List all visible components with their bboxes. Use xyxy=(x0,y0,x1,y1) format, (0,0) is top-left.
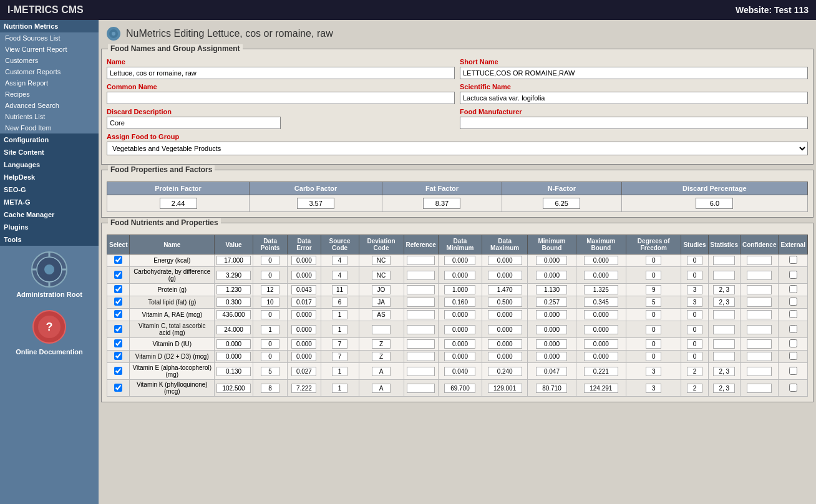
nutrient-maxb[interactable] xyxy=(584,285,618,294)
nutrient-dof[interactable] xyxy=(646,271,661,280)
assign-group-select[interactable]: Vegetables and Vegetable Products xyxy=(107,142,808,155)
nutrient-de[interactable] xyxy=(291,256,316,265)
row-checkbox[interactable] xyxy=(114,384,122,392)
nutrient-ref[interactable] xyxy=(407,285,435,294)
nutrient-conf[interactable] xyxy=(747,384,772,393)
nutrient-minb[interactable] xyxy=(536,367,567,376)
nutrient-minb[interactable] xyxy=(536,271,567,280)
short-name-input[interactable] xyxy=(460,67,808,79)
nutrient-value[interactable] xyxy=(216,285,251,294)
nutrient-dmax[interactable] xyxy=(488,325,522,334)
nutrient-stats[interactable] xyxy=(713,271,735,280)
nutrient-minb[interactable] xyxy=(536,325,567,334)
row-checkbox[interactable] xyxy=(114,325,122,333)
nutrient-maxb[interactable] xyxy=(584,310,618,319)
nutrient-dof[interactable] xyxy=(646,367,661,376)
nutrient-ref[interactable] xyxy=(407,325,435,334)
sidebar-item-recipes[interactable]: Recipes xyxy=(0,89,99,100)
nutrient-maxb[interactable] xyxy=(584,384,618,393)
nutrient-dmax[interactable] xyxy=(488,352,522,361)
nutrient-ref[interactable] xyxy=(407,271,435,280)
nutrient-dc[interactable] xyxy=(372,256,391,265)
discard-desc-input[interactable] xyxy=(107,117,281,129)
nutrient-minb[interactable] xyxy=(536,339,567,349)
nutrient-stats[interactable] xyxy=(713,298,735,307)
nutrient-maxb[interactable] xyxy=(584,339,618,349)
nutrient-dp[interactable] xyxy=(261,285,279,294)
food-manufacturer-input[interactable] xyxy=(460,117,808,129)
carbo-factor-input[interactable] xyxy=(297,198,334,209)
nutrient-value[interactable] xyxy=(216,339,251,349)
nutrient-sc[interactable] xyxy=(332,271,347,280)
row-checkbox[interactable] xyxy=(114,367,122,375)
nutrient-dmin[interactable] xyxy=(444,298,475,307)
sidebar-section-configuration[interactable]: Configuration xyxy=(0,133,99,146)
nutrient-conf[interactable] xyxy=(747,339,772,349)
nutrient-dc[interactable] xyxy=(372,271,391,280)
nutrient-ref[interactable] xyxy=(407,367,435,376)
row-checkbox[interactable] xyxy=(114,298,122,306)
nutrient-ext[interactable] xyxy=(789,352,797,360)
row-checkbox[interactable] xyxy=(114,285,122,293)
nutrient-conf[interactable] xyxy=(747,352,772,361)
nutrient-minb[interactable] xyxy=(536,310,567,319)
nutrient-studies[interactable] xyxy=(687,367,702,376)
nutrient-dp[interactable] xyxy=(261,310,279,319)
sidebar-section-helpdesk[interactable]: HelpDesk xyxy=(0,171,99,183)
nutrient-dc[interactable] xyxy=(372,310,391,319)
nutrient-de[interactable] xyxy=(291,285,316,294)
nutrient-stats[interactable] xyxy=(713,256,735,265)
nutrient-dc[interactable] xyxy=(372,352,391,361)
nutrient-conf[interactable] xyxy=(747,285,772,294)
nutrient-dof[interactable] xyxy=(646,256,661,265)
nutrient-dmax[interactable] xyxy=(488,384,522,393)
nutrient-dmin[interactable] xyxy=(444,256,475,265)
nutrient-ref[interactable] xyxy=(407,352,435,361)
nutrient-ref[interactable] xyxy=(407,310,435,319)
nutrient-dmin[interactable] xyxy=(444,310,475,319)
nutrient-dof[interactable] xyxy=(646,285,661,294)
nutrient-dof[interactable] xyxy=(646,352,661,361)
nutrient-dp[interactable] xyxy=(261,367,279,376)
nutrient-de[interactable] xyxy=(291,325,316,334)
sidebar-section-nutrition[interactable]: Nutrition Metrics xyxy=(0,20,99,32)
nutrient-dof[interactable] xyxy=(646,339,661,349)
sidebar-item-customer-reports[interactable]: Customer Reports xyxy=(0,66,99,77)
nutrient-value[interactable] xyxy=(216,310,251,319)
nutrient-dmin[interactable] xyxy=(444,339,475,349)
nutrient-ext[interactable] xyxy=(789,325,797,333)
nutrient-maxb[interactable] xyxy=(584,256,618,265)
nutrient-minb[interactable] xyxy=(536,384,567,393)
nutrient-ext[interactable] xyxy=(789,310,797,318)
nutrient-dof[interactable] xyxy=(646,298,661,307)
nutrient-value[interactable] xyxy=(216,352,251,361)
nutrient-value[interactable] xyxy=(216,384,251,393)
nutrient-dmin[interactable] xyxy=(444,271,475,280)
nutrient-studies[interactable] xyxy=(687,325,702,334)
nutrient-ext[interactable] xyxy=(789,339,797,347)
nutrient-studies[interactable] xyxy=(687,339,702,349)
sidebar-item-view-report[interactable]: View Current Report xyxy=(0,44,99,55)
nutrient-dmin[interactable] xyxy=(444,325,475,334)
nutrient-stats[interactable] xyxy=(713,310,735,319)
nutrient-dmax[interactable] xyxy=(488,339,522,349)
nutrient-ext[interactable] xyxy=(789,298,797,306)
row-checkbox[interactable] xyxy=(114,310,122,318)
sidebar-section-languages[interactable]: Languages xyxy=(0,158,99,171)
nutrient-studies[interactable] xyxy=(687,285,702,294)
nutrient-dp[interactable] xyxy=(261,384,279,393)
nutrient-dmax[interactable] xyxy=(488,285,522,294)
nutrient-ref[interactable] xyxy=(407,298,435,307)
sidebar-item-assign-report[interactable]: Assign Report xyxy=(0,77,99,89)
nutrient-dc[interactable] xyxy=(372,384,391,393)
nutrient-dp[interactable] xyxy=(261,256,279,265)
sidebar-section-plugins[interactable]: Plugins xyxy=(0,221,99,233)
nutrient-studies[interactable] xyxy=(687,384,702,393)
sidebar-item-new-food[interactable]: New Food Item xyxy=(0,122,99,133)
nutrient-dc[interactable] xyxy=(372,298,391,307)
nutrient-dmin[interactable] xyxy=(444,384,475,393)
nutrient-de[interactable] xyxy=(291,298,316,307)
common-name-input[interactable] xyxy=(107,92,455,104)
nutrient-ext[interactable] xyxy=(789,367,797,375)
nutrient-ext[interactable] xyxy=(789,271,797,279)
